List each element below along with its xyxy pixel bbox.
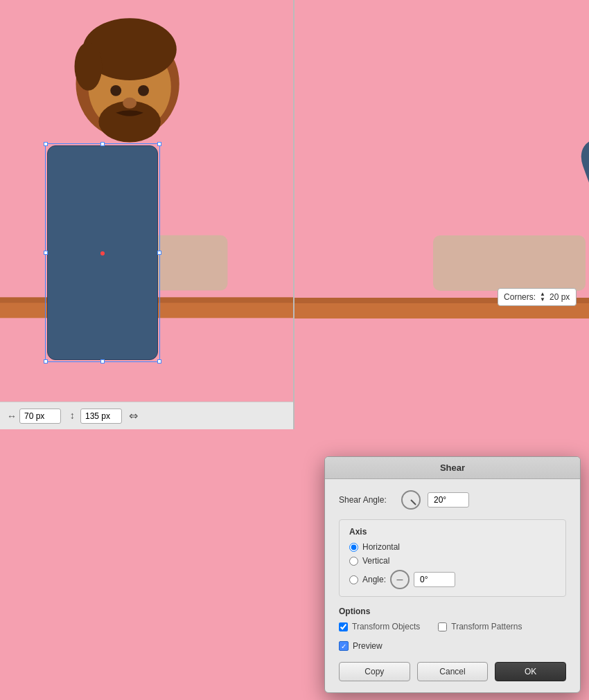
transform-objects-checkbox[interactable] xyxy=(339,622,348,631)
toolbar-left: ↔ ↔ ⇔ xyxy=(0,402,294,429)
corners-stepper[interactable]: ▲ ▼ xyxy=(540,291,545,303)
height-field: ↔ xyxy=(68,409,122,424)
axis-group: Axis Horizontal Vertical Angle: – xyxy=(339,519,566,597)
canvas-right: Corners: ▲ ▼ 20 px xyxy=(294,0,589,429)
center-dot-left xyxy=(100,251,105,255)
transform-objects-row: Transform Objects Transform Patterns xyxy=(339,622,566,631)
angle-radio[interactable] xyxy=(349,575,358,584)
svg-point-10 xyxy=(138,85,149,96)
height-input[interactable] xyxy=(80,409,122,424)
shear-angle-input[interactable] xyxy=(428,492,469,508)
cancel-button[interactable]: Cancel xyxy=(417,662,489,681)
vertical-radio[interactable] xyxy=(349,557,358,566)
angle-dial: – xyxy=(390,570,410,589)
transform-patterns-label: Transform Patterns xyxy=(451,622,522,631)
canvas-left: ↔ ↔ ⇔ xyxy=(0,0,294,429)
horizontal-radio[interactable] xyxy=(349,543,358,552)
options-title: Options xyxy=(339,607,566,616)
svg-rect-13 xyxy=(433,235,586,291)
shear-angle-label: Shear Angle: xyxy=(339,495,394,505)
shear-angle-dial xyxy=(401,490,421,510)
shear-angle-row: Shear Angle: xyxy=(339,490,566,510)
svg-point-9 xyxy=(110,85,121,96)
svg-point-6 xyxy=(74,42,102,91)
angle-input[interactable] xyxy=(414,572,455,587)
corners-text: Corners: xyxy=(504,292,536,302)
corners-value: 20 px xyxy=(550,292,570,302)
axis-title: Axis xyxy=(349,527,556,537)
transform-patterns-checkbox[interactable] xyxy=(438,622,447,631)
ok-button[interactable]: OK xyxy=(495,662,566,681)
dialog-title: Shear xyxy=(440,463,465,473)
height-icon: ↔ xyxy=(67,411,78,421)
preview-label: Preview xyxy=(353,641,383,651)
transform-objects-label: Transform Objects xyxy=(352,622,420,631)
width-field: ↔ xyxy=(7,409,61,424)
horizontal-label: Horizontal xyxy=(362,542,400,552)
horizontal-radio-row: Horizontal xyxy=(349,542,556,552)
preview-row: Preview xyxy=(339,641,566,651)
svg-point-8 xyxy=(123,98,137,109)
vertical-radio-row: Vertical xyxy=(349,556,556,566)
preview-checkbox-visual xyxy=(339,641,349,651)
angle-label: Angle: xyxy=(362,575,386,584)
corners-label: Corners: ▲ ▼ 20 px xyxy=(498,288,577,306)
angle-radio-row: Angle: – xyxy=(349,570,556,589)
width-icon: ↔ xyxy=(7,411,17,422)
options-group: Options Transform Objects Transform Patt… xyxy=(339,607,566,631)
resize-icon: ⇔ xyxy=(129,409,138,422)
dialog-buttons: Copy Cancel OK xyxy=(339,662,566,681)
vertical-label: Vertical xyxy=(362,556,389,566)
copy-button[interactable]: Copy xyxy=(339,662,410,681)
shear-dialog: Shear Shear Angle: Axis Horizontal Verti… xyxy=(324,456,581,693)
width-input[interactable] xyxy=(19,409,61,424)
dialog-title-bar: Shear xyxy=(325,457,580,479)
